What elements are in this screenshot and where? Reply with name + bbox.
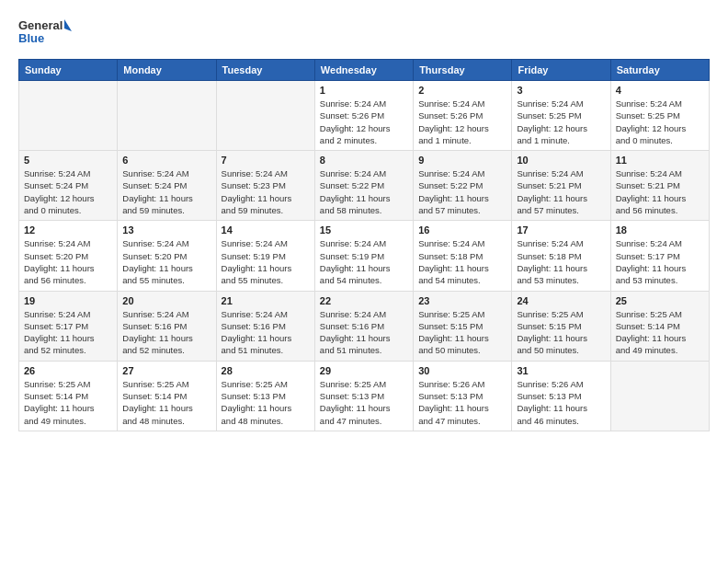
calendar-cell: 16Sunrise: 5:24 AM Sunset: 5:18 PM Dayli… <box>414 221 512 291</box>
day-info: Sunrise: 5:25 AM Sunset: 5:14 PM Dayligh… <box>122 378 210 427</box>
page: GeneralBlue SundayMondayTuesdayWednesday… <box>0 0 728 563</box>
day-info: Sunrise: 5:24 AM Sunset: 5:16 PM Dayligh… <box>320 308 408 357</box>
day-number: 24 <box>517 295 605 306</box>
calendar-cell: 27Sunrise: 5:25 AM Sunset: 5:14 PM Dayli… <box>118 361 216 431</box>
day-info: Sunrise: 5:24 AM Sunset: 5:22 PM Dayligh… <box>320 167 408 216</box>
calendar-cell: 3Sunrise: 5:24 AM Sunset: 5:25 PM Daylig… <box>512 81 610 151</box>
weekday-header-saturday: Saturday <box>610 60 709 81</box>
day-info: Sunrise: 5:24 AM Sunset: 5:19 PM Dayligh… <box>222 237 310 286</box>
calendar-cell: 28Sunrise: 5:25 AM Sunset: 5:13 PM Dayli… <box>216 361 314 431</box>
weekday-header-friday: Friday <box>512 60 610 81</box>
day-info: Sunrise: 5:25 AM Sunset: 5:15 PM Dayligh… <box>517 308 605 357</box>
day-number: 31 <box>517 365 605 376</box>
day-number: 26 <box>24 365 112 376</box>
day-info: Sunrise: 5:24 AM Sunset: 5:24 PM Dayligh… <box>122 167 210 216</box>
calendar-cell: 18Sunrise: 5:24 AM Sunset: 5:17 PM Dayli… <box>610 221 709 291</box>
day-info: Sunrise: 5:24 AM Sunset: 5:20 PM Dayligh… <box>24 237 112 286</box>
calendar-cell: 15Sunrise: 5:24 AM Sunset: 5:19 PM Dayli… <box>314 221 413 291</box>
header: GeneralBlue <box>18 15 710 48</box>
calendar-cell <box>216 81 314 151</box>
weekday-header-tuesday: Tuesday <box>216 60 314 81</box>
weekday-header-monday: Monday <box>118 60 216 81</box>
day-number: 17 <box>517 224 605 236</box>
calendar-cell <box>19 81 118 151</box>
day-number: 13 <box>122 224 210 236</box>
day-info: Sunrise: 5:24 AM Sunset: 5:23 PM Dayligh… <box>222 167 310 216</box>
day-number: 5 <box>24 155 112 166</box>
svg-text:Blue: Blue <box>18 31 44 45</box>
calendar-week-row: 19Sunrise: 5:24 AM Sunset: 5:17 PM Dayli… <box>19 291 710 361</box>
calendar-cell: 1Sunrise: 5:24 AM Sunset: 5:26 PM Daylig… <box>314 81 413 151</box>
day-number: 18 <box>616 224 704 236</box>
day-number: 30 <box>418 365 506 376</box>
calendar-cell: 11Sunrise: 5:24 AM Sunset: 5:21 PM Dayli… <box>610 151 709 221</box>
weekday-header-sunday: Sunday <box>19 60 118 81</box>
day-info: Sunrise: 5:24 AM Sunset: 5:24 PM Dayligh… <box>24 167 112 216</box>
calendar-cell: 4Sunrise: 5:24 AM Sunset: 5:25 PM Daylig… <box>610 81 709 151</box>
svg-marker-2 <box>64 19 72 31</box>
day-number: 23 <box>418 295 506 306</box>
calendar-cell: 22Sunrise: 5:24 AM Sunset: 5:16 PM Dayli… <box>314 291 413 361</box>
day-info: Sunrise: 5:24 AM Sunset: 5:19 PM Dayligh… <box>320 237 408 286</box>
day-number: 16 <box>418 224 506 236</box>
day-number: 8 <box>320 155 408 166</box>
calendar-cell: 19Sunrise: 5:24 AM Sunset: 5:17 PM Dayli… <box>19 291 118 361</box>
calendar-cell: 30Sunrise: 5:26 AM Sunset: 5:13 PM Dayli… <box>414 361 512 431</box>
day-info: Sunrise: 5:24 AM Sunset: 5:17 PM Dayligh… <box>24 308 112 357</box>
calendar-cell: 7Sunrise: 5:24 AM Sunset: 5:23 PM Daylig… <box>216 151 314 221</box>
calendar-week-row: 1Sunrise: 5:24 AM Sunset: 5:26 PM Daylig… <box>19 81 710 151</box>
calendar-cell: 14Sunrise: 5:24 AM Sunset: 5:19 PM Dayli… <box>216 221 314 291</box>
calendar-cell: 6Sunrise: 5:24 AM Sunset: 5:24 PM Daylig… <box>118 151 216 221</box>
day-info: Sunrise: 5:24 AM Sunset: 5:25 PM Dayligh… <box>517 98 605 146</box>
logo: GeneralBlue <box>18 15 74 48</box>
svg-text:General: General <box>18 18 63 32</box>
day-number: 4 <box>616 85 704 96</box>
day-number: 19 <box>24 295 112 306</box>
day-number: 29 <box>320 365 408 376</box>
day-info: Sunrise: 5:24 AM Sunset: 5:16 PM Dayligh… <box>222 308 310 357</box>
calendar-cell: 12Sunrise: 5:24 AM Sunset: 5:20 PM Dayli… <box>19 221 118 291</box>
day-info: Sunrise: 5:25 AM Sunset: 5:13 PM Dayligh… <box>320 378 408 427</box>
weekday-header-thursday: Thursday <box>414 60 512 81</box>
calendar-table: SundayMondayTuesdayWednesdayThursdayFrid… <box>18 59 710 431</box>
day-number: 7 <box>222 155 310 166</box>
day-number: 15 <box>320 224 408 236</box>
calendar-week-row: 26Sunrise: 5:25 AM Sunset: 5:14 PM Dayli… <box>19 361 710 431</box>
day-number: 12 <box>24 224 112 236</box>
day-info: Sunrise: 5:26 AM Sunset: 5:13 PM Dayligh… <box>517 378 605 427</box>
day-info: Sunrise: 5:24 AM Sunset: 5:22 PM Dayligh… <box>418 167 506 216</box>
calendar-week-row: 5Sunrise: 5:24 AM Sunset: 5:24 PM Daylig… <box>19 151 710 221</box>
calendar-cell: 21Sunrise: 5:24 AM Sunset: 5:16 PM Dayli… <box>216 291 314 361</box>
calendar-cell <box>610 361 709 431</box>
calendar-week-row: 12Sunrise: 5:24 AM Sunset: 5:20 PM Dayli… <box>19 221 710 291</box>
calendar-cell: 31Sunrise: 5:26 AM Sunset: 5:13 PM Dayli… <box>512 361 610 431</box>
day-number: 28 <box>222 365 310 376</box>
day-info: Sunrise: 5:24 AM Sunset: 5:21 PM Dayligh… <box>517 167 605 216</box>
calendar-cell: 13Sunrise: 5:24 AM Sunset: 5:20 PM Dayli… <box>118 221 216 291</box>
weekday-header-wednesday: Wednesday <box>314 60 413 81</box>
day-info: Sunrise: 5:26 AM Sunset: 5:13 PM Dayligh… <box>418 378 506 427</box>
calendar-cell: 2Sunrise: 5:24 AM Sunset: 5:26 PM Daylig… <box>414 81 512 151</box>
calendar-cell: 20Sunrise: 5:24 AM Sunset: 5:16 PM Dayli… <box>118 291 216 361</box>
day-number: 25 <box>616 295 704 306</box>
day-number: 6 <box>122 155 210 166</box>
day-info: Sunrise: 5:24 AM Sunset: 5:20 PM Dayligh… <box>122 237 210 286</box>
calendar-cell: 29Sunrise: 5:25 AM Sunset: 5:13 PM Dayli… <box>314 361 413 431</box>
day-number: 14 <box>222 224 310 236</box>
day-number: 1 <box>320 85 408 96</box>
calendar-cell: 17Sunrise: 5:24 AM Sunset: 5:18 PM Dayli… <box>512 221 610 291</box>
calendar-cell: 24Sunrise: 5:25 AM Sunset: 5:15 PM Dayli… <box>512 291 610 361</box>
day-number: 3 <box>517 85 605 96</box>
day-number: 10 <box>517 155 605 166</box>
day-info: Sunrise: 5:24 AM Sunset: 5:26 PM Dayligh… <box>320 98 408 146</box>
calendar-cell: 10Sunrise: 5:24 AM Sunset: 5:21 PM Dayli… <box>512 151 610 221</box>
day-number: 9 <box>418 155 506 166</box>
calendar-cell <box>118 81 216 151</box>
day-info: Sunrise: 5:25 AM Sunset: 5:15 PM Dayligh… <box>418 308 506 357</box>
day-info: Sunrise: 5:24 AM Sunset: 5:21 PM Dayligh… <box>616 167 704 216</box>
day-info: Sunrise: 5:24 AM Sunset: 5:18 PM Dayligh… <box>517 237 605 286</box>
day-info: Sunrise: 5:25 AM Sunset: 5:14 PM Dayligh… <box>616 308 704 357</box>
calendar-cell: 5Sunrise: 5:24 AM Sunset: 5:24 PM Daylig… <box>19 151 118 221</box>
day-number: 20 <box>122 295 210 306</box>
day-info: Sunrise: 5:24 AM Sunset: 5:16 PM Dayligh… <box>122 308 210 357</box>
